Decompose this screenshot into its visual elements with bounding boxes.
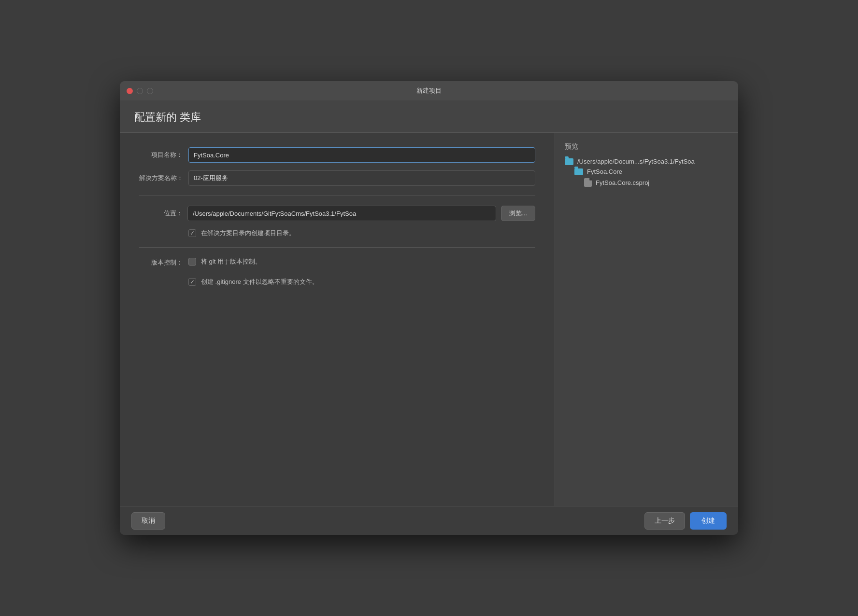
version-control-section: 版本控制： 将 git 用于版本控制。 ✓ <box>139 257 535 292</box>
dialog-window: 新建项目 配置新的 类库 项目名称： 解决方案名称： <box>120 81 738 535</box>
project-name-label: 项目名称： <box>139 151 183 159</box>
check-mark-icon-2: ✓ <box>190 279 195 285</box>
folder-icon-root <box>565 158 573 165</box>
version-control-row: 版本控制： 将 git 用于版本控制。 ✓ <box>139 257 535 292</box>
tree-label-csproj: FytSoa.Core.csproj <box>596 179 649 186</box>
project-name-row: 项目名称： <box>139 147 535 163</box>
footer-right: 上一步 创建 <box>644 512 727 530</box>
preview-title: 预览 <box>565 142 729 151</box>
create-button[interactable]: 创建 <box>690 512 727 530</box>
location-label: 位置： <box>139 209 183 218</box>
main-content: 项目名称： 解决方案名称： 位置： 浏览... <box>120 133 738 506</box>
create-subdir-row: ✓ 在解决方案目录内创建项目目录。 <box>188 229 535 238</box>
version-options: 将 git 用于版本控制。 ✓ 创建 .gitignore 文件以忽略不重要的文… <box>188 257 318 292</box>
git-checkbox[interactable] <box>188 258 196 266</box>
create-subdir-checkbox[interactable]: ✓ <box>188 229 196 237</box>
preview-panel: 预览 /Users/apple/Docum...s/FytSoa3.1/FytS… <box>555 133 738 506</box>
minimize-button[interactable] <box>137 88 143 94</box>
file-icon-csproj <box>584 178 592 187</box>
solution-name-label: 解决方案名称： <box>139 174 183 182</box>
location-input[interactable] <box>187 206 496 221</box>
tree-label-root: /Users/apple/Docum...s/FytSoa3.1/FytSoa <box>577 158 695 165</box>
git-label: 将 git 用于版本控制。 <box>201 257 261 266</box>
window-title: 新建项目 <box>416 86 442 95</box>
footer: 取消 上一步 创建 <box>120 506 738 535</box>
gitignore-label: 创建 .gitignore 文件以忽略不重要的文件。 <box>201 278 318 286</box>
divider-1 <box>139 196 535 196</box>
create-subdir-label: 在解决方案目录内创建项目目录。 <box>201 229 295 238</box>
version-control-label: 版本控制： <box>139 257 183 267</box>
cancel-button[interactable]: 取消 <box>131 512 165 530</box>
preview-tree: /Users/apple/Docum...s/FytSoa3.1/FytSoa … <box>565 158 729 187</box>
prev-button[interactable]: 上一步 <box>644 512 685 530</box>
form-section: 项目名称： 解决方案名称： <box>139 147 535 186</box>
page-title: 配置新的 类库 <box>134 110 724 125</box>
tree-item-root: /Users/apple/Docum...s/FytSoa3.1/FytSoa <box>565 158 729 165</box>
tree-label-core: FytSoa.Core <box>587 168 622 175</box>
folder-icon-core <box>574 168 583 175</box>
tree-item-csproj: FytSoa.Core.csproj <box>584 178 729 187</box>
title-bar: 新建项目 <box>120 81 738 100</box>
footer-left: 取消 <box>131 512 165 530</box>
left-panel: 项目名称： 解决方案名称： 位置： 浏览... <box>120 133 555 506</box>
browse-button[interactable]: 浏览... <box>501 206 535 221</box>
git-row: 将 git 用于版本控制。 <box>188 257 318 266</box>
solution-name-row: 解决方案名称： <box>139 170 535 186</box>
check-mark-icon: ✓ <box>190 230 195 236</box>
close-button[interactable] <box>127 88 133 94</box>
gitignore-checkbox[interactable]: ✓ <box>188 278 196 286</box>
tree-item-core: FytSoa.Core <box>574 168 729 175</box>
traffic-lights <box>127 88 153 94</box>
subdir-checkbox-area: ✓ 在解决方案目录内创建项目目录。 <box>188 229 535 238</box>
maximize-button[interactable] <box>147 88 153 94</box>
gitignore-row: ✓ 创建 .gitignore 文件以忽略不重要的文件。 <box>188 278 318 286</box>
project-name-input[interactable] <box>188 147 535 163</box>
solution-name-input[interactable] <box>188 170 535 186</box>
location-row: 位置： 浏览... <box>139 206 535 221</box>
divider-2 <box>139 247 535 248</box>
header: 配置新的 类库 <box>120 100 738 133</box>
